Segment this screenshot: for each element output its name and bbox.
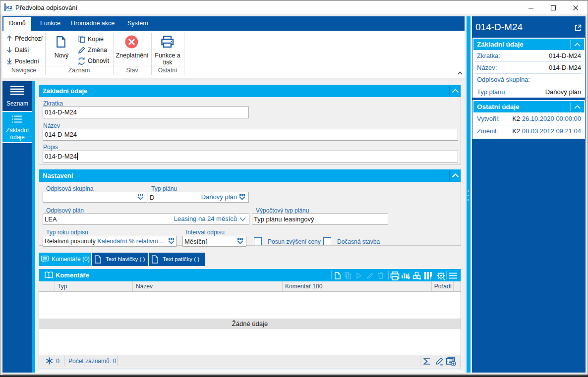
svg-text:K2: K2: [6, 4, 12, 10]
